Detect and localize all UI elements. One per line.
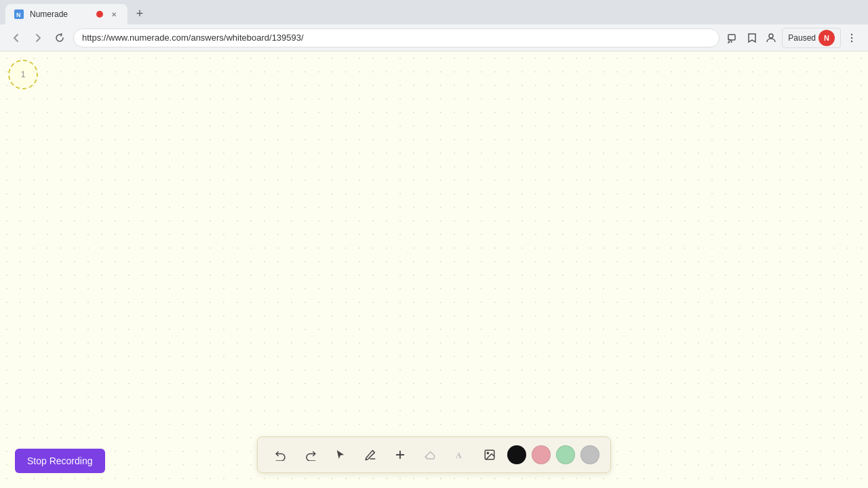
svg-point-5 — [851, 33, 852, 35]
recording-dot — [96, 11, 103, 18]
profile-avatar: N — [818, 30, 835, 46]
add-button[interactable] — [388, 443, 412, 467]
text-tool-button[interactable]: A — [448, 443, 472, 467]
svg-point-3 — [728, 42, 729, 43]
page-indicator: 1 — [8, 60, 38, 89]
toolbar-right: Paused N — [725, 28, 860, 48]
active-tab[interactable]: N Numerade ✕ — [5, 4, 127, 24]
svg-point-4 — [769, 34, 773, 38]
paused-badge: Paused N — [782, 28, 841, 48]
color-gray[interactable] — [580, 445, 599, 464]
stop-recording-button[interactable]: Stop Recording — [15, 449, 105, 473]
address-bar: Paused N — [0, 24, 868, 52]
eraser-button[interactable] — [418, 443, 442, 467]
tab-bar: N Numerade ✕ + — [0, 0, 868, 24]
undo-button[interactable] — [269, 443, 293, 467]
menu-button[interactable] — [844, 30, 860, 46]
svg-point-7 — [851, 40, 852, 41]
color-pink[interactable] — [532, 445, 551, 464]
svg-point-12 — [487, 452, 488, 453]
paused-label: Paused — [788, 33, 816, 43]
pen-tool-button[interactable] — [358, 443, 382, 467]
whiteboard-area[interactable]: 1 Stop Recording — [0, 52, 868, 488]
address-input[interactable] — [73, 28, 719, 47]
tab-close-button[interactable]: ✕ — [108, 9, 119, 20]
page-number: 1 — [21, 70, 26, 79]
profile-icon-btn[interactable] — [763, 30, 779, 46]
svg-text:A: A — [456, 451, 462, 460]
color-mint[interactable] — [556, 445, 575, 464]
bookmark-button[interactable] — [744, 30, 760, 46]
bottom-toolbar: A — [257, 436, 611, 473]
color-black[interactable] — [507, 445, 526, 464]
back-button[interactable] — [8, 30, 24, 46]
svg-point-6 — [851, 37, 852, 38]
tab-favicon: N — [14, 9, 24, 20]
select-tool-button[interactable] — [328, 443, 353, 467]
new-tab-button[interactable]: + — [130, 4, 149, 23]
svg-text:N: N — [16, 12, 21, 18]
cast-button[interactable] — [725, 30, 741, 46]
browser-frame: N Numerade ✕ + — [0, 0, 868, 488]
image-tool-button[interactable] — [477, 443, 502, 467]
refresh-button[interactable] — [52, 30, 68, 46]
tab-title: Numerade — [30, 9, 91, 19]
forward-button[interactable] — [30, 30, 46, 46]
redo-button[interactable] — [298, 443, 323, 467]
